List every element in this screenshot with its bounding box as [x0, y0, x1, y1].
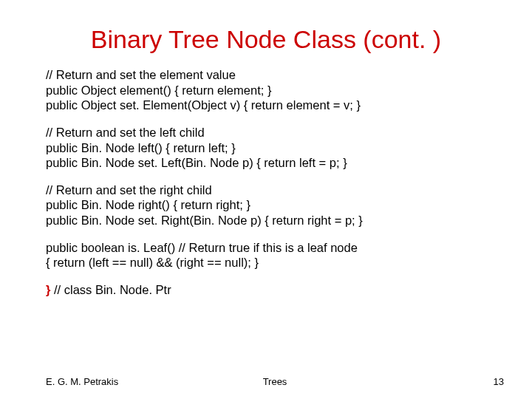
code-line: public Object set. Element(Object v) { r…: [46, 98, 502, 113]
code-block-isleaf: public boolean is. Leaf() // Return true…: [46, 240, 502, 270]
code-block-close: } // class Bin. Node. Ptr: [46, 282, 502, 298]
code-line: public Bin. Node left() { return left; }: [46, 140, 502, 156]
code-line: // Return and set the right child: [46, 183, 502, 198]
footer-page-number: 13: [351, 376, 504, 387]
slide-footer: E. G. M. Petrakis Trees 13: [0, 376, 532, 387]
code-line: public Bin. Node set. Left(Bin. Node p) …: [46, 155, 502, 171]
code-line: { return (left == null) && (right == nul…: [46, 255, 502, 270]
close-comment: // class Bin. Node. Ptr: [50, 283, 171, 296]
slide-content: // Return and set the element value publ…: [0, 67, 532, 298]
code-line: public Bin. Node set. Right(Bin. Node p)…: [46, 213, 502, 228]
slide-title: Binary Tree Node Class (cont. ): [0, 0, 532, 67]
footer-author: E. G. M. Petrakis: [46, 376, 199, 387]
code-line: public Object element() { return element…: [46, 83, 502, 98]
code-block-left: // Return and set the left child public …: [46, 125, 502, 171]
code-line: // Return and set the left child: [46, 125, 502, 140]
code-line: public Bin. Node right() { return right;…: [46, 197, 502, 213]
code-block-right: // Return and set the right child public…: [46, 183, 502, 228]
code-block-element: // Return and set the element value publ…: [46, 67, 502, 113]
footer-topic: Trees: [199, 376, 352, 387]
code-line: // Return and set the element value: [46, 67, 502, 83]
code-line: public boolean is. Leaf() // Return true…: [46, 240, 502, 256]
